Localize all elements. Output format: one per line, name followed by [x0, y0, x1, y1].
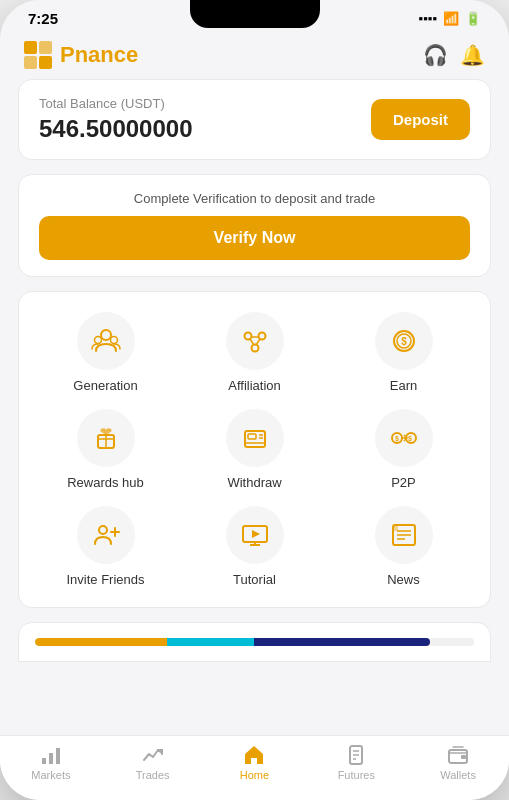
progress-bar	[35, 638, 474, 646]
balance-card: Total Balance (USDT) 546.50000000 Deposi…	[18, 79, 491, 160]
rewards-hub-icon	[91, 423, 121, 453]
deposit-button[interactable]: Deposit	[371, 99, 470, 140]
invite-friends-icon-circle	[77, 506, 135, 564]
wallets-label: Wallets	[440, 769, 476, 781]
svg-point-8	[258, 333, 265, 340]
svg-rect-2	[24, 56, 37, 69]
rewards-hub-label: Rewards hub	[67, 475, 144, 490]
main-content: Total Balance (USDT) 546.50000000 Deposi…	[0, 79, 509, 759]
svg-point-5	[94, 337, 101, 344]
verify-text: Complete Verification to deposit and tra…	[39, 191, 470, 206]
battery-icon: 🔋	[465, 11, 481, 26]
wifi-icon: 📶	[443, 11, 459, 26]
verify-card: Complete Verification to deposit and tra…	[18, 174, 491, 277]
withdraw-icon-circle	[226, 409, 284, 467]
home-icon	[243, 744, 265, 766]
generation-icon-circle	[77, 312, 135, 370]
home-label: Home	[240, 769, 269, 781]
svg-rect-49	[461, 755, 466, 759]
withdraw-icon	[240, 423, 270, 453]
earn-label: Earn	[390, 378, 417, 393]
balance-label: Total Balance (USDT)	[39, 96, 193, 111]
bottom-nav: Markets Trades Home Futures	[0, 735, 509, 800]
invite-friends-icon	[91, 520, 121, 550]
affiliation-label: Affiliation	[228, 378, 281, 393]
menu-item-affiliation[interactable]: Affiliation	[184, 312, 325, 393]
bell-icon[interactable]: 🔔	[460, 43, 485, 67]
p2p-icon-circle: $ $	[375, 409, 433, 467]
svg-rect-40	[393, 525, 398, 531]
svg-rect-0	[24, 41, 37, 54]
tutorial-icon-circle	[226, 506, 284, 564]
verify-now-button[interactable]: Verify Now	[39, 216, 470, 260]
p2p-icon: $ $	[389, 423, 419, 453]
wallets-icon	[447, 744, 469, 766]
progress-cyan	[167, 638, 255, 646]
svg-point-9	[251, 345, 258, 352]
generation-icon	[91, 326, 121, 356]
withdraw-label: Withdraw	[227, 475, 281, 490]
logo-icon	[24, 41, 52, 69]
svg-text:$: $	[395, 435, 399, 443]
svg-rect-3	[39, 56, 52, 69]
menu-item-news[interactable]: News	[333, 506, 474, 587]
rewards-hub-icon-circle	[77, 409, 135, 467]
notch	[190, 0, 320, 28]
menu-item-generation[interactable]: Generation	[35, 312, 176, 393]
trades-label: Trades	[136, 769, 170, 781]
headset-icon[interactable]: 🎧	[423, 43, 448, 67]
affiliation-icon	[240, 326, 270, 356]
svg-marker-35	[252, 530, 260, 538]
menu-item-invite-friends[interactable]: Invite Friends	[35, 506, 176, 587]
progress-card	[18, 622, 491, 662]
status-icons: ▪▪▪▪ 📶 🔋	[419, 11, 481, 26]
nav-item-wallets[interactable]: Wallets	[428, 744, 488, 781]
menu-card: Generation Affiliation	[18, 291, 491, 608]
logo-area: Pnance	[24, 41, 138, 69]
menu-item-rewards-hub[interactable]: Rewards hub	[35, 409, 176, 490]
menu-item-earn[interactable]: $ Earn	[333, 312, 474, 393]
futures-label: Futures	[338, 769, 375, 781]
svg-text:$: $	[408, 435, 412, 443]
earn-icon: $	[389, 326, 419, 356]
svg-point-29	[99, 526, 107, 534]
generation-label: Generation	[73, 378, 137, 393]
svg-rect-1	[39, 41, 52, 54]
trades-icon	[142, 744, 164, 766]
news-icon	[389, 520, 419, 550]
header-icons: 🎧 🔔	[423, 43, 485, 67]
tutorial-icon	[240, 520, 270, 550]
news-icon-circle	[375, 506, 433, 564]
balance-left: Total Balance (USDT) 546.50000000	[39, 96, 193, 143]
app-header: Pnance 🎧 🔔	[0, 33, 509, 79]
phone-shell: 7:25 ▪▪▪▪ 📶 🔋 Pnance 🎧 🔔 Total Bal	[0, 0, 509, 800]
svg-line-12	[256, 339, 260, 345]
nav-item-futures[interactable]: Futures	[326, 744, 386, 781]
nav-item-markets[interactable]: Markets	[21, 744, 81, 781]
status-time: 7:25	[28, 10, 58, 27]
futures-icon	[345, 744, 367, 766]
svg-point-7	[244, 333, 251, 340]
markets-icon	[40, 744, 62, 766]
progress-yellow	[35, 638, 167, 646]
logo-text: Pnance	[60, 42, 138, 68]
svg-rect-42	[49, 753, 53, 764]
affiliation-icon-circle	[226, 312, 284, 370]
svg-line-11	[250, 339, 254, 345]
svg-rect-43	[56, 748, 60, 764]
balance-amount: 546.50000000	[39, 115, 193, 143]
tutorial-label: Tutorial	[233, 572, 276, 587]
menu-item-tutorial[interactable]: Tutorial	[184, 506, 325, 587]
markets-label: Markets	[31, 769, 70, 781]
news-label: News	[387, 572, 420, 587]
invite-friends-label: Invite Friends	[66, 572, 144, 587]
nav-item-trades[interactable]: Trades	[123, 744, 183, 781]
nav-item-home[interactable]: Home	[224, 744, 284, 781]
menu-item-p2p[interactable]: $ $ P2P	[333, 409, 474, 490]
earn-icon-circle: $	[375, 312, 433, 370]
signal-icon: ▪▪▪▪	[419, 11, 437, 26]
progress-navy	[254, 638, 430, 646]
p2p-label: P2P	[391, 475, 416, 490]
menu-item-withdraw[interactable]: Withdraw	[184, 409, 325, 490]
svg-rect-41	[42, 758, 46, 764]
